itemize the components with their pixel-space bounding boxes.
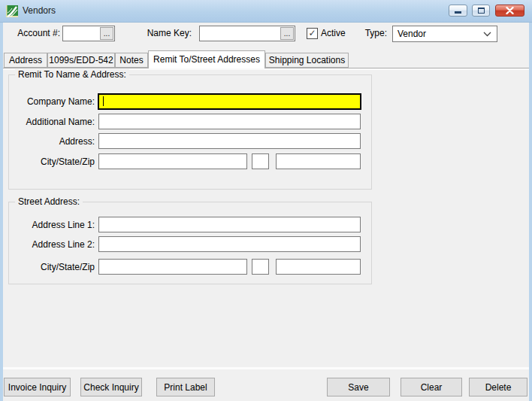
delete-button[interactable]: Delete xyxy=(469,378,527,396)
tab-remit-to-street-addresses[interactable]: Remit To/Street Addresses xyxy=(148,50,265,68)
titlebar: Vendors xyxy=(0,0,532,23)
company-name-input[interactable] xyxy=(98,93,361,110)
street-address-group-title: Street Address: xyxy=(15,196,83,207)
remit-address-input[interactable] xyxy=(98,133,361,149)
company-name-label: Company Name: xyxy=(14,94,95,110)
address-line2-input[interactable] xyxy=(98,236,361,252)
save-button[interactable]: Save xyxy=(327,378,390,396)
print-label-button[interactable]: Print Label xyxy=(156,378,215,396)
account-browse-button[interactable]: ... xyxy=(100,27,113,40)
clear-button[interactable]: Clear xyxy=(401,378,462,396)
tab-address[interactable]: Address xyxy=(4,53,47,68)
minimize-button[interactable] xyxy=(449,5,467,17)
active-checkbox[interactable]: ✓ xyxy=(307,28,318,39)
additional-name-label: Additional Name: xyxy=(14,114,95,130)
window-frame-right xyxy=(529,23,532,401)
invoice-inquiry-button[interactable]: Invoice Inquiry xyxy=(4,378,71,396)
remit-zip-input[interactable] xyxy=(276,153,361,169)
name-key-field-group: ... xyxy=(199,26,295,41)
chevron-down-icon xyxy=(483,32,491,37)
text-caret xyxy=(103,96,104,106)
type-dropdown-value: Vendor xyxy=(397,29,426,39)
minimize-icon xyxy=(455,11,461,14)
street-city-input[interactable] xyxy=(98,259,247,275)
name-key-browse-button[interactable]: ... xyxy=(280,27,294,40)
address-line2-label: Address Line 2: xyxy=(14,237,95,253)
tab-1099s-edd-542[interactable]: 1099s/EDD-542 xyxy=(47,53,115,68)
account-field-group: ... xyxy=(62,26,115,41)
maximize-icon xyxy=(478,8,485,14)
remit-address-label: Address: xyxy=(14,134,95,150)
remit-city-state-zip-label: City/State/Zip xyxy=(14,154,95,170)
remit-to-groupbox: Remit To Name & Address: xyxy=(8,74,372,190)
close-icon xyxy=(506,7,514,14)
vendors-app-icon xyxy=(6,5,18,17)
street-state-input[interactable] xyxy=(252,259,269,275)
checkmark-icon: ✓ xyxy=(308,28,316,38)
tab-notes[interactable]: Notes xyxy=(115,53,148,68)
street-city-state-zip-label: City/State/Zip xyxy=(14,260,95,275)
close-button[interactable] xyxy=(495,5,524,17)
type-dropdown[interactable]: Vendor xyxy=(392,26,497,42)
name-key-label: Name Key: xyxy=(131,26,192,41)
account-label: Account #: xyxy=(6,26,60,41)
check-inquiry-button[interactable]: Check Inquiry xyxy=(80,378,142,396)
maximize-button[interactable] xyxy=(472,5,490,17)
tab-shipping-locations[interactable]: Shipping Locations xyxy=(265,53,349,68)
remit-state-input[interactable] xyxy=(252,153,269,169)
additional-name-input[interactable] xyxy=(98,114,361,129)
window-title: Vendors xyxy=(23,0,56,23)
panel-bottom-separator xyxy=(3,367,529,369)
address-line1-label: Address Line 1: xyxy=(14,217,95,233)
vendors-window: Vendors Account #: ... Name Key: ... ✓ A… xyxy=(0,0,532,401)
address-line1-input[interactable] xyxy=(98,217,361,232)
street-zip-input[interactable] xyxy=(276,259,361,275)
remit-to-group-title: Remit To Name & Address: xyxy=(15,69,129,80)
active-checkbox-label: Active xyxy=(321,26,346,41)
remit-city-input[interactable] xyxy=(98,153,247,169)
type-label: Type: xyxy=(353,26,387,41)
